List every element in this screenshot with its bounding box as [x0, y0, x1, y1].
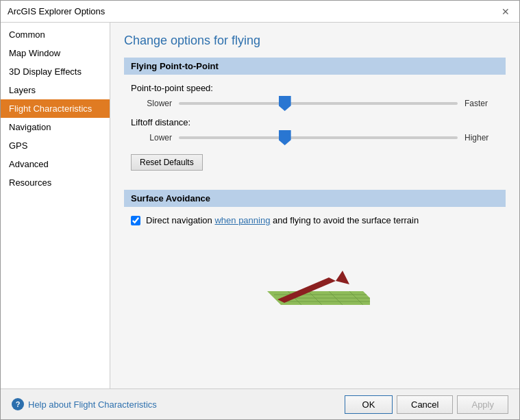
sidebar-item-3d-display-effects[interactable]: 3D Display Effects: [1, 62, 110, 81]
speed-left-label: Slower: [131, 99, 172, 108]
speed-slider-row: Slower Faster: [131, 97, 499, 110]
content-area: Common Map Window 3D Display Effects Lay…: [1, 23, 519, 388]
section2: Surface Avoidance Direct navigation when…: [124, 190, 506, 305]
surface-avoidance-row: Direct navigation when panning and flyin…: [131, 215, 499, 225]
section1-header: Flying Point-to-Point: [124, 58, 506, 75]
footer-buttons: OK Cancel Apply: [345, 395, 508, 414]
sidebar-item-advanced[interactable]: Advanced: [1, 155, 110, 173]
apply-button[interactable]: Apply: [457, 395, 508, 414]
sidebar-item-navigation[interactable]: Navigation: [1, 118, 110, 136]
surface-avoidance-checkbox[interactable]: [131, 216, 140, 225]
sidebar-item-resources[interactable]: Resources: [1, 173, 110, 192]
sidebar-item-gps[interactable]: GPS: [1, 136, 110, 155]
speed-slider-thumb[interactable]: [279, 96, 291, 111]
liftoff-slider-thumb[interactable]: [279, 130, 291, 145]
speed-label: Point-to-point speed:: [131, 83, 499, 93]
terrain-illustration: [260, 236, 370, 305]
liftoff-right-label: Higher: [465, 133, 499, 143]
liftoff-left-label: Lower: [131, 133, 172, 143]
section2-header: Surface Avoidance: [124, 190, 506, 207]
title-bar: ArcGIS Explorer Options ✕: [1, 1, 519, 23]
sidebar-item-common[interactable]: Common: [1, 25, 110, 44]
page-title: Change options for flying: [124, 34, 506, 48]
liftoff-slider-track: [179, 136, 458, 139]
svg-marker-9: [336, 271, 349, 284]
main-panel: Change options for flying Flying Point-t…: [110, 23, 519, 388]
liftoff-slider-row: Lower Higher: [131, 131, 499, 145]
window-title: ArcGIS Explorer Options: [8, 6, 105, 16]
reset-defaults-button[interactable]: Reset Defaults: [131, 154, 203, 171]
speed-right-label: Faster: [465, 99, 499, 108]
liftoff-slider-container: [179, 131, 458, 145]
sidebar-item-layers[interactable]: Layers: [1, 81, 110, 99]
ok-button[interactable]: OK: [345, 395, 393, 414]
main-window: ArcGIS Explorer Options ✕ Common Map Win…: [0, 0, 520, 420]
speed-slider-track: [179, 102, 458, 105]
help-link[interactable]: ? Help about Flight Characteristics: [12, 398, 157, 410]
cancel-button[interactable]: Cancel: [397, 395, 453, 414]
section1-body: Point-to-point speed: Slower Faster Lift…: [124, 83, 506, 187]
liftoff-label: Liftoff distance:: [131, 117, 499, 127]
sidebar-item-flight-characteristics[interactable]: Flight Characteristics: [1, 99, 110, 118]
sidebar-item-map-window[interactable]: Map Window: [1, 44, 110, 62]
help-icon: ?: [12, 398, 24, 410]
sidebar: Common Map Window 3D Display Effects Lay…: [1, 23, 110, 388]
speed-slider-container: [179, 97, 458, 110]
help-link-text: Help about Flight Characteristics: [28, 399, 157, 410]
close-button[interactable]: ✕: [499, 5, 512, 18]
footer: ? Help about Flight Characteristics OK C…: [1, 388, 519, 419]
surface-avoidance-label: Direct navigation when panning and flyin…: [146, 215, 419, 225]
